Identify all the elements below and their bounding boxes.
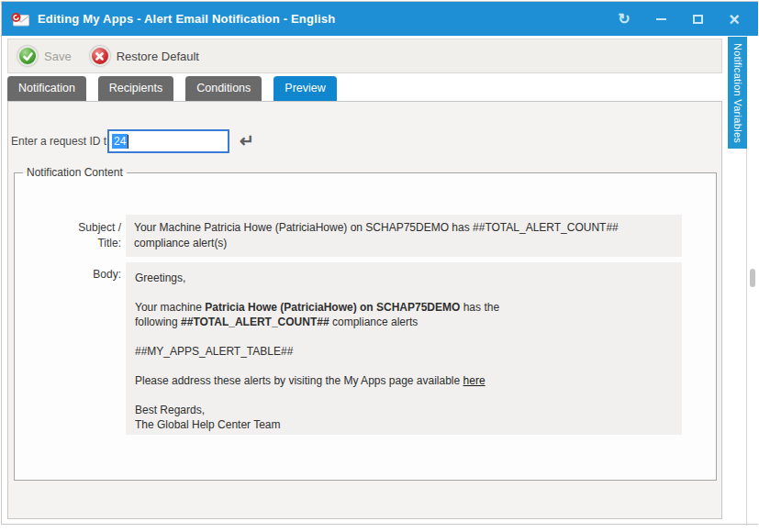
here-link[interactable]: here	[463, 374, 486, 387]
notification-variables-tab[interactable]: Notification Variables	[728, 37, 747, 149]
email-notification-app-icon	[10, 12, 30, 27]
tab-bar: Notification Recipients Conditions Previ…	[7, 76, 337, 101]
save-button[interactable]: Save	[8, 39, 81, 72]
body-signoff: Best Regards,The Global Help Center Team	[135, 403, 673, 432]
body-value: Greetings, Your machine Patricia Howe (P…	[126, 262, 682, 435]
restore-default-button[interactable]: Restore Default	[81, 39, 208, 72]
notification-content-groupbox: Notification Content Subject / Title: Yo…	[14, 172, 717, 481]
body-greeting: Greetings,	[135, 271, 673, 285]
maximize-icon[interactable]	[690, 12, 705, 27]
close-icon[interactable]: ×	[727, 12, 742, 27]
tab-preview[interactable]: Preview	[273, 76, 336, 101]
refresh-icon[interactable]: ↻	[617, 12, 631, 27]
enter-arrow-icon[interactable]: ↵	[240, 130, 254, 151]
window-title: Editing My Apps - Alert Email Notificati…	[38, 12, 335, 26]
dialog-window: Editing My Apps - Alert Email Notificati…	[1, 1, 758, 525]
groupbox-title: Notification Content	[23, 165, 127, 181]
minimize-icon[interactable]	[653, 12, 668, 27]
restore-x-icon	[90, 46, 110, 66]
titlebar: Editing My Apps - Alert Email Notificati…	[2, 2, 758, 36]
tab-conditions[interactable]: Conditions	[185, 76, 262, 101]
body-cta-paragraph: Please address these alerts by visiting …	[135, 373, 673, 388]
request-id-selected-text: 24	[112, 134, 128, 149]
restore-default-label: Restore Default	[117, 50, 199, 63]
scrollbar-thumb[interactable]	[750, 269, 755, 287]
text-caret	[128, 135, 128, 149]
request-id-label: Enter a request ID t	[11, 135, 106, 148]
request-id-input[interactable]: 24	[107, 129, 229, 153]
subject-title-label: Subject / Title:	[50, 220, 121, 251]
tab-recipients[interactable]: Recipients	[98, 76, 173, 101]
body-label: Body:	[50, 267, 121, 283]
preview-tab-panel: Enter a request ID t 24 ↵ Notification C…	[7, 101, 722, 519]
save-label: Save	[44, 50, 72, 63]
tab-notification[interactable]: Notification	[7, 76, 86, 101]
body-alert-table-token: ##MY_APPS_ALERT_TABLE##	[135, 344, 673, 359]
toolbar: Save Restore Default	[7, 39, 722, 73]
body-machine-paragraph: Your machine Patricia Howe (PatriciaHowe…	[135, 300, 673, 329]
save-check-icon	[17, 46, 38, 66]
subject-value: Your Machine Patricia Howe (PatriciaHowe…	[126, 215, 682, 257]
window-controls: ↻ ×	[617, 2, 742, 36]
